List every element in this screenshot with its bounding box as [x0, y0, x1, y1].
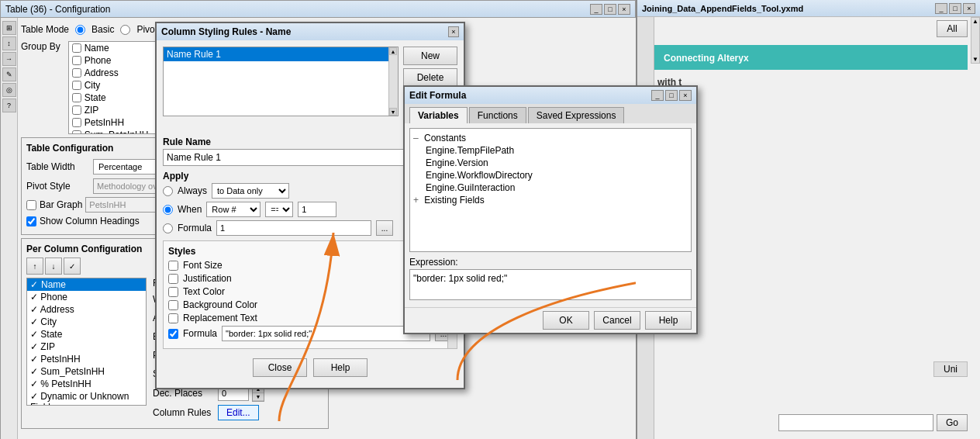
condition-select[interactable]: Row # Column # Field — [206, 202, 261, 217]
column-styling-close-btn[interactable]: × — [448, 26, 459, 37]
tab-saved-expressions[interactable]: Saved Expressions — [528, 107, 625, 123]
ok-btn[interactable]: OK — [543, 311, 589, 330]
field-state-checkbox[interactable] — [72, 93, 81, 102]
dec-down-icon[interactable]: ▼ — [253, 393, 264, 401]
help-dialog-btn[interactable]: Help — [313, 358, 368, 377]
go-input[interactable] — [778, 414, 933, 431]
field-city-checkbox[interactable] — [72, 81, 81, 90]
tree-constants[interactable]: – Constants — [413, 132, 688, 144]
col-item-address[interactable]: ✓ Address — [27, 303, 146, 316]
toolbar-check-btn[interactable]: ✓ — [64, 258, 81, 275]
col-item-pct-petsinhh[interactable]: ✓ % PetsInHH — [27, 378, 146, 390]
scroll-up-btn[interactable]: ▲ — [971, 18, 979, 25]
all-btn[interactable]: All — [937, 20, 968, 37]
bg-color-checkbox[interactable] — [168, 300, 178, 310]
toolbar-down-btn[interactable]: ↓ — [45, 258, 62, 275]
formula-radio[interactable] — [163, 223, 173, 233]
tab-functions[interactable]: Functions — [469, 107, 526, 123]
delete-rule-btn[interactable]: Delete — [403, 68, 457, 87]
formula-style-input[interactable] — [222, 326, 430, 341]
cancel-btn[interactable]: Cancel — [594, 311, 640, 330]
field-zip-checkbox[interactable] — [72, 105, 81, 115]
uni-tab-btn[interactable]: Uni — [933, 361, 968, 377]
edit-formula-minimize[interactable]: _ — [651, 90, 664, 101]
justification-checkbox[interactable] — [168, 274, 178, 284]
when-radio[interactable] — [163, 205, 173, 215]
go-btn[interactable]: Go — [937, 414, 968, 431]
edit-formula-restore[interactable]: □ — [665, 90, 678, 101]
col-item-petsinhh[interactable]: ✓ PetsInHH — [27, 353, 146, 365]
expression-input[interactable]: "border: 1px solid red;" — [409, 269, 692, 300]
formula-label: Formula — [178, 223, 212, 233]
expand-existing-icon: + — [413, 195, 419, 206]
when-value-input[interactable] — [298, 202, 336, 217]
main-title-text: Table (36) - Configuration — [5, 4, 110, 15]
col-item-name[interactable]: ✓ Name — [27, 278, 146, 291]
col-item-phone[interactable]: ✓ Phone — [27, 291, 146, 303]
edit-formula-controls: _ □ × — [651, 90, 692, 101]
field-phone-checkbox[interactable] — [72, 56, 81, 65]
col-item-zip[interactable]: ✓ ZIP — [27, 340, 146, 353]
minimize-btn[interactable]: _ — [590, 4, 602, 15]
tree-version[interactable]: Engine.Version — [426, 157, 688, 169]
basic-radio[interactable] — [75, 25, 85, 35]
alteryx-content: ▲ ▼ All Connecting Alteryx with t Uni — [654, 17, 980, 439]
bar-graph-label: Bar Graph — [40, 199, 82, 210]
edit-rules-btn[interactable]: Edit... — [218, 405, 259, 420]
to-data-only-select[interactable]: to Data only to All — [212, 183, 289, 199]
help-formula-btn[interactable]: Help — [645, 311, 692, 330]
field-petsinhh-checkbox[interactable] — [72, 118, 81, 127]
table-mode-label: Table Mode — [21, 24, 69, 35]
close-dialog-btn[interactable]: Close — [253, 358, 307, 377]
tree-guiinteraction[interactable]: Engine.GuiInteraction — [426, 181, 688, 194]
show-headings-checkbox[interactable] — [26, 216, 36, 226]
new-rule-btn[interactable]: New — [403, 47, 457, 65]
dialog-footer: Close Help — [163, 354, 457, 382]
font-size-checkbox[interactable] — [168, 261, 178, 271]
alteryx-close[interactable]: × — [963, 3, 975, 14]
sidebar-icon-5[interactable]: ◎ — [2, 83, 16, 97]
field-address-checkbox[interactable] — [72, 68, 81, 78]
uni-tab: Uni — [933, 361, 968, 377]
col-item-dynamic[interactable]: ✓ Dynamic or Unknown Fields — [27, 390, 146, 406]
col-item-state[interactable]: ✓ State — [27, 328, 146, 340]
sidebar-icon-6[interactable]: ? — [2, 99, 16, 112]
column-rules-row: Column Rules Edit... — [153, 405, 323, 420]
tree-constants-children: Engine.TempFilePath Engine.Version Engin… — [426, 144, 688, 194]
col-item-city[interactable]: ✓ City — [27, 316, 146, 328]
formula-browse-btn[interactable]: ... — [376, 220, 393, 236]
bar-graph-checkbox[interactable] — [26, 200, 36, 210]
rules-scroll-down[interactable]: ▼ — [389, 108, 397, 116]
always-radio[interactable] — [163, 186, 173, 196]
tree-tempfilepath[interactable]: Engine.TempFilePath — [426, 144, 688, 157]
field-sum-petsinhh-checkbox[interactable] — [72, 130, 81, 134]
toolbar-up-btn[interactable]: ↑ — [26, 258, 43, 275]
rules-scroll-up[interactable]: ▲ — [389, 47, 397, 55]
formula-tree: – Constants Engine.TempFilePath Engine.V… — [409, 128, 692, 252]
alteryx-restore[interactable]: □ — [949, 3, 961, 14]
tab-variables[interactable]: Variables — [409, 107, 468, 123]
restore-btn[interactable]: □ — [604, 4, 616, 15]
tree-existing-fields[interactable]: + Existing Fields — [413, 194, 688, 206]
operator-select[interactable]: == != < > — [265, 202, 293, 217]
sidebar-icon-1[interactable]: ⊞ — [2, 21, 16, 35]
column-styling-title: Column Styling Rules - Name — [161, 26, 448, 37]
check-icon: ✓ — [30, 279, 38, 290]
main-close-btn[interactable]: × — [618, 4, 630, 15]
replacement-text-checkbox[interactable] — [168, 313, 178, 323]
group-by-label: Group By — [21, 41, 60, 52]
edit-formula-close[interactable]: × — [679, 90, 692, 101]
alteryx-minimize[interactable]: _ — [935, 3, 947, 14]
tree-workflowdir[interactable]: Engine.WorkflowDirectory — [426, 169, 688, 181]
formula-value-input[interactable] — [216, 220, 371, 236]
sidebar-icon-4[interactable]: ✎ — [2, 67, 16, 81]
formula-style-checkbox[interactable] — [168, 329, 178, 339]
col-item-sum-petsinhh[interactable]: ✓ Sum_PetsInHH — [27, 365, 146, 378]
sidebar-icon-2[interactable]: ↕ — [2, 36, 16, 50]
sidebar-icon-3[interactable]: → — [2, 52, 16, 66]
pivot-radio[interactable] — [120, 25, 130, 35]
rule-item-1[interactable]: Name Rule 1 — [164, 47, 398, 61]
text-color-checkbox[interactable] — [168, 287, 178, 297]
scroll-down-btn[interactable]: ▼ — [971, 56, 979, 63]
field-name-checkbox[interactable] — [72, 43, 81, 53]
